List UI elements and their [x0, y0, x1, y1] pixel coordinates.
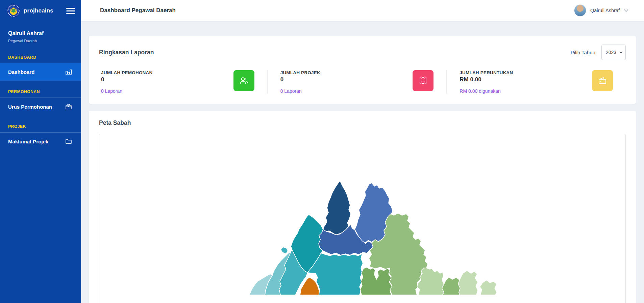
stat-link[interactable]: 0 Laporan	[101, 88, 152, 94]
summary-title: Ringkasan Laporan	[99, 49, 154, 56]
sabah-map	[99, 134, 626, 303]
sidebar-item-dashboard[interactable]: Dashboard	[0, 63, 81, 81]
stat-label: JUMLAH PERUNTUKAN	[460, 70, 513, 75]
sidebar-section-dashboard: DASHBOARD	[0, 46, 81, 63]
stat-link[interactable]: 0 Laporan	[280, 88, 320, 94]
sidebar: projheains Qairull Ashraf Pegawai Daerah…	[0, 0, 81, 303]
map-region[interactable]	[458, 271, 478, 295]
sidebar-section-projek: PROJEK	[0, 115, 81, 132]
stat-icon-tile	[233, 70, 254, 91]
map-region[interactable]	[281, 247, 288, 254]
folder-icon	[65, 138, 72, 145]
users-icon	[239, 75, 249, 86]
sidebar-item-label: Dashboard	[8, 69, 34, 75]
stat-label: JUMLAH PROJEK	[280, 70, 320, 75]
summary-card: Ringkasan Laporan Pilih Tahun: 2023 JUML…	[89, 36, 636, 104]
page-title: Dashboard Pegawai Daerah	[100, 7, 176, 14]
sidebar-item-maklumat-projek[interactable]: Maklumat Projek	[0, 132, 81, 150]
avatar[interactable]	[574, 4, 586, 17]
brand-logo-icon	[7, 4, 20, 18]
stat-link[interactable]: RM 0.00 digunakan	[460, 88, 513, 94]
stat-label: JUMLAH PEMOHONAN	[101, 70, 152, 75]
map-title: Peta Sabah	[99, 119, 626, 127]
sidebar-item-urus-permohonan[interactable]: Urus Permohonan	[0, 98, 81, 115]
sidebar-user-role: Pegawai Daerah	[8, 39, 73, 43]
stat-value: RM 0.00	[460, 76, 513, 83]
stat-jumlah-pemohonan: JUMLAH PEMOHONAN 0 0 Laporan	[99, 70, 267, 94]
stat-value: 0	[280, 76, 320, 83]
hamburger-menu-icon[interactable]	[66, 7, 75, 14]
stat-jumlah-peruntukan: JUMLAH PERUNTUKAN RM 0.00 RM 0.00 diguna…	[446, 70, 626, 94]
year-select[interactable]: 2023	[601, 45, 626, 60]
bar-chart-icon	[65, 68, 72, 76]
book-icon	[418, 75, 428, 86]
chevron-down-icon	[624, 9, 628, 12]
brand-name: projheains	[24, 7, 63, 14]
sabah-map-svg	[99, 134, 625, 303]
map-card: Peta Sabah	[89, 111, 636, 303]
stat-icon-tile	[592, 70, 613, 91]
year-select-label: Pilih Tahun:	[571, 50, 597, 55]
content-area: Ringkasan Laporan Pilih Tahun: 2023 JUML…	[81, 21, 644, 303]
stat-value: 0	[101, 76, 152, 83]
wallet-icon	[597, 75, 608, 86]
sidebar-item-label: Maklumat Projek	[8, 139, 48, 144]
sidebar-header: projheains	[0, 0, 81, 22]
sidebar-item-label: Urus Permohonan	[8, 104, 52, 110]
topbar: Dashboard Pegawai Daerah Qairull Ashraf	[81, 0, 644, 21]
stat-icon-tile	[413, 70, 434, 91]
sidebar-user-name: Qairull Ashraf	[8, 30, 73, 36]
map-region[interactable]	[442, 277, 460, 295]
map-region[interactable]	[323, 181, 351, 235]
map-region[interactable]	[360, 267, 392, 295]
user-menu[interactable]: Qairull Ashraf	[574, 4, 628, 17]
stats-row: JUMLAH PEMOHONAN 0 0 Laporan J	[99, 70, 626, 94]
sidebar-section-permohonan: PERMOHONAN	[0, 81, 81, 98]
topbar-user-name: Qairull Ashraf	[590, 8, 620, 13]
stat-jumlah-projek: JUMLAH PROJEK 0 0 Laporan	[267, 70, 447, 94]
map-region[interactable]	[480, 280, 497, 295]
sidebar-user: Qairull Ashraf Pegawai Daerah	[0, 22, 81, 46]
briefcase-icon	[65, 103, 72, 110]
